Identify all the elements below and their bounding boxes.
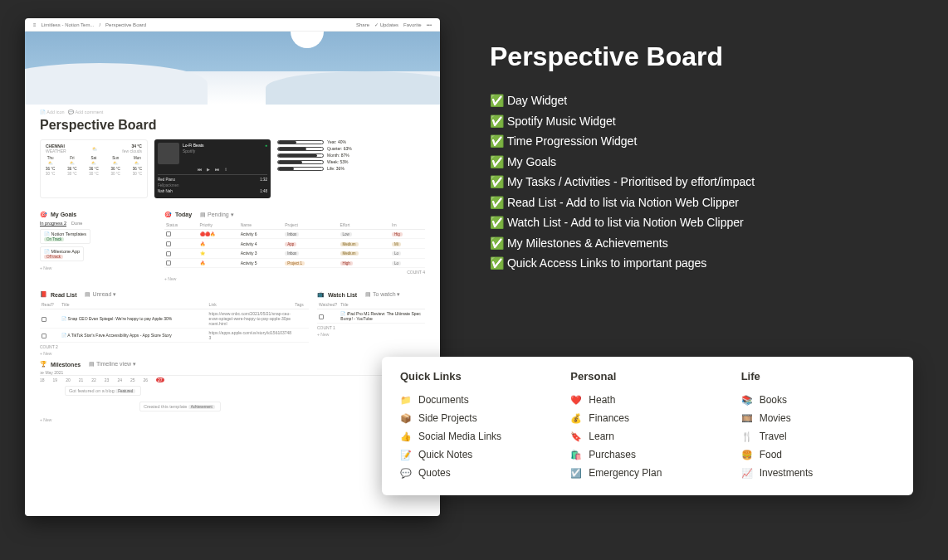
share-icon[interactable]: ⇪ [224,167,227,172]
favorite-button[interactable]: Favorite [403,22,422,27]
notion-page: ≡ Limitless - Notion Tem... / Perspectiv… [25,18,440,516]
link-icon: 🎞️ [741,412,753,424]
updates-button[interactable]: ✓ Updates [374,22,398,27]
link-icon: 💬 [400,467,412,479]
quicklinks-heading: Quick Links [400,370,554,382]
page-title: Perspective Board [40,118,425,133]
tab-done[interactable]: Done [71,221,82,226]
new-watch[interactable]: + New [317,332,425,337]
tab-inprogress[interactable]: In progress 2 [40,221,66,226]
new-goal[interactable]: + New [40,265,156,270]
page-actions[interactable]: 📄 Add icon 💬 Add comment [40,110,425,114]
album-art [158,143,179,164]
table-row[interactable]: 📄 A TikTok Star's Fave Accessibility App… [40,329,309,343]
new-milestone[interactable]: + New [40,417,425,422]
feature-list: Day WidgetSpotify Music WidgetTime Progr… [490,90,915,274]
readlist-header: 📕 Read List ▤ Unread ▾ [40,291,309,298]
link-icon: 📈 [741,467,753,479]
link-icon: 🛍️ [570,449,582,460]
breadcrumb-root[interactable]: Limitless - Notion Tem... [42,22,95,27]
quicklink-item[interactable]: 📁Documents [400,391,554,409]
quicklink-item[interactable]: 🛍️Purchases [570,446,724,464]
page-cover [25,32,440,105]
readlist-table: Read?TitleLinkTags 📄 Snap CEO Evan Spieg… [40,300,309,343]
link-icon: 🔖 [570,431,582,442]
feature-item: My Goals [490,152,915,173]
quicklink-item[interactable]: 📈Investments [741,464,895,482]
quicklink-item[interactable]: 🔖Learn [570,427,724,446]
promo-title: Perspective Board [490,41,915,72]
breadcrumb-page[interactable]: Perspective Board [105,22,146,27]
share-button[interactable]: Share [356,22,369,27]
feature-item: Quick Access Links to important pages [490,253,915,274]
menu-icon[interactable]: ≡ [33,22,37,27]
weather-widget: CHENNAI WEATHER ⛅ 34 °C few clouds Thu⛅3… [40,139,148,198]
feature-item: Read List - Add to list via Notion Web C… [490,192,915,213]
quick-links-popover: Quick Links 📁Documents📦Side Projects👍Soc… [382,357,913,495]
table-row[interactable]: 🔥Activity 4AppMediumMi [164,239,425,249]
prev-icon[interactable]: ⏮ [198,167,202,172]
personal-heading: Personal [570,370,724,382]
today-header: 🎯 Today ▤ Pending ▾ [164,212,425,218]
feature-item: Day Widget [490,90,915,111]
goal-card[interactable]: 📄 Milestone AppOff track [40,246,84,261]
goals-header: 🎯 My Goals [40,212,156,218]
spotify-widget[interactable]: Lo-Fi Beats Spotify ● ⏮ ▶ ⏭ ⇪ Red PianoF… [154,139,271,198]
feature-item: Time Progression Widget [490,131,915,152]
link-icon: ☑️ [570,467,582,479]
table-row[interactable]: ⭐Activity 3InboxMediumLo [164,248,425,258]
link-icon: 📦 [400,412,412,424]
life-heading: Life [741,370,895,382]
quicklink-item[interactable]: 📚Books [741,391,895,409]
link-icon: 💰 [570,412,582,424]
watchlist-header: 📺 Watch List ▤ To watch ▾ [317,291,425,298]
next-icon[interactable]: ⏭ [215,167,219,172]
table-row[interactable]: 🔴🔴🔥Activity 6InboxLowHig [164,229,425,239]
milestones-header: 🏆 Milestones ▤ Timeline view ▾ [40,361,425,368]
quicklink-item[interactable]: 📦Side Projects [400,409,554,427]
new-task[interactable]: + New [164,276,425,281]
today-table: StatusPriorityNameProjectEffortIm 🔴🔴🔥Act… [164,221,425,269]
table-row[interactable]: 📄 iPad Pro M1 Review: The Ultimate Spec … [317,309,425,324]
titlebar: ≡ Limitless - Notion Tem... / Perspectiv… [25,18,440,32]
table-row[interactable]: 📄 Snap CEO Evan Spiegel: We're happy to … [40,309,309,329]
goal-card[interactable]: 📄 Notion TemplatesOn Track [40,229,90,244]
new-read[interactable]: + New [40,351,309,356]
feature-item: My Milestones & Achievements [490,233,915,254]
quicklink-item[interactable]: 📝Quick Notes [400,446,554,464]
progress-widget: Year: 40%Quarter: 63%Month: 87%Week: 53%… [277,139,369,198]
link-icon: 🍴 [741,431,753,442]
more-button[interactable]: ••• [427,22,432,27]
link-icon: 📚 [741,394,753,406]
promo-panel: Perspective Board Day WidgetSpotify Musi… [440,18,923,274]
link-icon: 👍 [400,431,412,442]
quicklink-item[interactable]: 👍Social Media Links [400,427,554,446]
feature-item: My Tasks / Activities - Prioritised by e… [490,172,915,192]
quicklink-item[interactable]: 🎞️Movies [741,409,895,427]
quicklink-item[interactable]: 💰Finances [570,409,724,427]
watchlist-table: Watched?Title 📄 iPad Pro M1 Review: The … [317,300,425,324]
quicklink-item[interactable]: 💬Quotes [400,464,554,482]
link-icon: 📝 [400,449,412,460]
link-icon: 📁 [400,394,412,406]
feature-item: Watch List - Add to list via Notion Web … [490,212,915,233]
play-icon[interactable]: ▶ [207,167,210,172]
link-icon: 🍔 [741,449,753,460]
quicklink-item[interactable]: ☑️Emergency Plan [570,464,724,482]
quicklink-item[interactable]: 🍴Travel [741,427,895,446]
feature-item: Spotify Music Widget [490,111,915,132]
link-icon: ❤️ [570,394,582,406]
table-row[interactable]: 🔥Activity 5Project 1HighLo [164,258,425,268]
quicklink-item[interactable]: ❤️Heath [570,391,724,409]
quicklink-item[interactable]: 🍔Food [741,446,895,464]
